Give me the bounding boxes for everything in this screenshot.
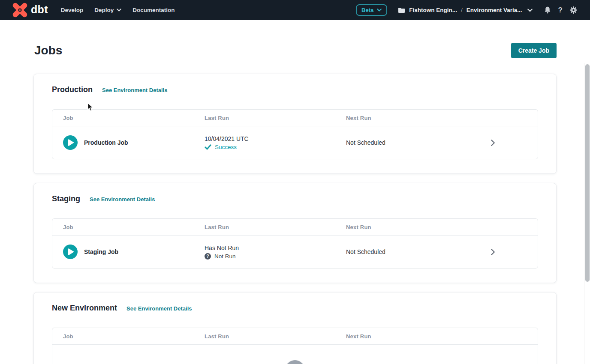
chevron-down-icon (117, 9, 121, 12)
breadcrumb-project: Fishtown Engin... (409, 7, 457, 13)
last-run-cell: 10/04/2021 UTC Success (205, 135, 346, 150)
jobs-table: Job Last Run Next Run ? (52, 328, 538, 364)
breadcrumb-section: Environment Varia... (467, 7, 522, 13)
empty-jobs-area: ? (52, 345, 538, 364)
nav-item-label: Documentation (132, 7, 175, 13)
top-navbar: dbt Develop Deploy Documentation Beta Fi… (0, 0, 590, 20)
column-header-last-run: Last Run (205, 333, 346, 340)
column-header-last-run: Last Run (205, 115, 346, 121)
job-row[interactable]: Production Job 10/04/2021 UTC Success No… (52, 126, 538, 159)
navbar-right: Beta Fishtown Engin... / Environment Var… (356, 4, 577, 16)
nav-item-label: Develop (61, 7, 84, 13)
environment-card-staging: Staging See Environment Details Job Last… (33, 183, 557, 283)
status-label: Not Run (214, 253, 236, 260)
scrollbar-thumb[interactable] (585, 64, 590, 282)
jobs-table: Job Last Run Next Run Staging Job Has No… (52, 218, 538, 269)
dbt-logo-icon (12, 2, 28, 18)
job-row[interactable]: Staging Job Has Not Run ? Not Run Not Sc… (52, 236, 538, 268)
see-environment-details-link[interactable]: See Environment Details (102, 87, 167, 93)
create-job-button[interactable]: Create Job (511, 43, 557, 58)
column-header-job: Job (63, 333, 205, 340)
last-run-date: Has Not Run (205, 245, 346, 251)
beta-dropdown[interactable]: Beta (356, 4, 387, 16)
jobs-table: Job Last Run Next Run Production Job 10/… (52, 109, 538, 159)
column-header-next-run: Next Run (346, 333, 484, 340)
environment-name: Staging (52, 194, 80, 204)
help-icon[interactable]: ? (558, 6, 563, 14)
column-header-job: Job (63, 224, 205, 230)
last-run-status: ? Not Run (205, 253, 346, 260)
chevron-down-icon (377, 9, 382, 12)
jobs-table-header: Job Last Run Next Run (52, 110, 538, 126)
bell-icon[interactable] (544, 6, 551, 14)
environment-name: Production (52, 84, 93, 95)
environment-name: New Environment (52, 303, 117, 313)
vertical-scrollbar[interactable] (584, 63, 590, 364)
row-chevron[interactable] (484, 139, 501, 146)
nav-item-documentation[interactable]: Documentation (132, 7, 175, 13)
chevron-down-icon (527, 9, 533, 12)
main-nav: Develop Deploy Documentation (61, 7, 175, 13)
gear-icon[interactable] (570, 6, 577, 14)
environment-card-production: Production See Environment Details Job L… (33, 74, 557, 174)
environment-card-header: Staging See Environment Details (52, 194, 538, 204)
nav-item-develop[interactable]: Develop (61, 7, 84, 13)
breadcrumb-separator: / (461, 7, 463, 13)
jobs-table-header: Job Last Run Next Run (52, 219, 538, 236)
next-run-cell: Not Scheduled (346, 139, 484, 146)
status-label: Success (215, 144, 237, 150)
folder-icon (398, 7, 405, 13)
main-content: Jobs Create Job Production See Environme… (0, 43, 590, 364)
page-title: Jobs (34, 43, 62, 58)
jobs-table-header: Job Last Run Next Run (52, 328, 538, 345)
run-job-button[interactable] (63, 245, 78, 259)
nav-item-deploy[interactable]: Deploy (94, 7, 121, 13)
job-name: Staging Job (84, 248, 118, 255)
last-run-status: Success (205, 144, 346, 150)
success-check-icon (205, 144, 211, 150)
beta-label: Beta (361, 7, 373, 13)
last-run-cell: Has Not Run ? Not Run (205, 245, 346, 260)
next-run-cell: Not Scheduled (346, 248, 484, 255)
column-header-job: Job (63, 115, 205, 121)
see-environment-details-link[interactable]: See Environment Details (90, 196, 155, 203)
environment-card-new-environment: New Environment See Environment Details … (33, 292, 557, 364)
column-header-last-run: Last Run (205, 224, 346, 230)
column-header-next-run: Next Run (346, 224, 484, 230)
see-environment-details-link[interactable]: See Environment Details (126, 305, 192, 312)
environment-card-header: Production See Environment Details (52, 84, 538, 95)
dbt-logo[interactable]: dbt (12, 2, 48, 18)
question-circle-icon: ? (205, 253, 211, 260)
page-header: Jobs Create Job (34, 43, 557, 58)
column-header-next-run: Next Run (346, 115, 484, 121)
last-run-date: 10/04/2021 UTC (205, 135, 346, 142)
empty-state-question-icon: ? (285, 360, 305, 364)
project-breadcrumb[interactable]: Fishtown Engin... / Environment Varia... (398, 7, 532, 13)
navbar-icon-group: ? (544, 6, 577, 14)
environment-card-header: New Environment See Environment Details (52, 303, 538, 313)
brand-text: dbt (31, 4, 48, 16)
nav-item-label: Deploy (94, 7, 114, 13)
run-job-button[interactable] (63, 135, 78, 150)
row-chevron[interactable] (484, 248, 501, 256)
job-name: Production Job (84, 139, 128, 146)
